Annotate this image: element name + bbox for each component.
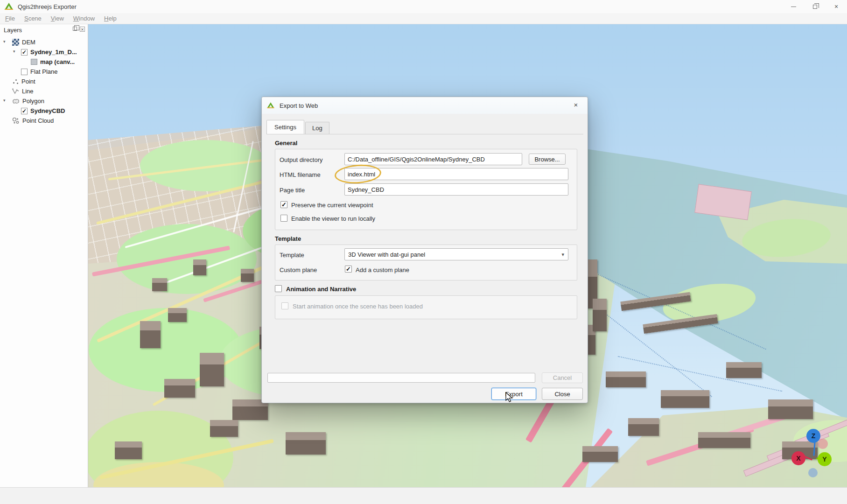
layer-checkbox[interactable]: ✓ [21,108,28,114]
menu-view[interactable]: View [47,14,68,23]
template-combobox[interactable]: 3D Viewer with dat-gui panel ▾ [344,248,568,260]
expander-icon[interactable]: ▾ [3,98,6,103]
building [628,418,659,436]
axis-gizmo: Z X Y [789,427,845,481]
building [115,441,142,459]
close-icon: × [834,3,838,10]
axis-x-ball: X [791,451,805,465]
template-heading: Template [275,235,301,242]
restore-button[interactable] [804,0,826,13]
dem-raster-icon [12,39,19,46]
menu-bar: File Scene View Window Help [0,13,847,24]
building [210,420,238,437]
template-label: Template [280,252,304,259]
html-filename-input[interactable] [344,168,568,180]
dialog-titlebar: Export to Web × [262,97,588,114]
browse-button[interactable]: Browse... [529,154,566,165]
cancel-button: Cancel [542,372,583,383]
enable-local-label: Enable the viewer to run locally [291,215,375,222]
building [698,432,750,448]
restore-icon [813,5,817,9]
building [286,432,326,455]
menu-file[interactable]: File [1,14,19,23]
layer-checkbox[interactable]: ✓ [21,49,28,56]
animation-checkbox[interactable] [275,285,282,292]
preserve-viewpoint-label: Preserve the current viewpoint [291,202,373,209]
layer-row-map-canvas[interactable]: map (canv... [0,57,88,67]
layers-panel: Layers × ▾ DEM ▾ ✓ Sydney_1m_D... map (c… [0,24,88,487]
status-bar: ✓ Preview (WebEngine) ⚠ [0,487,847,504]
layer-row-sydneycbd[interactable]: ✓ SydneyCBD [0,106,88,116]
building [193,259,206,275]
axis-y-ball: Y [818,452,832,466]
layer-row-line[interactable]: Line [0,86,88,96]
layer-tree: ▾ DEM ▾ ✓ Sydney_1m_D... map (canv... Fl… [0,37,88,126]
point-layer-icon [12,78,19,85]
building [241,269,254,282]
animation-heading: Animation and Narrative [286,286,356,293]
custom-plane-checkbox[interactable]: ✓ [345,266,352,273]
tab-settings[interactable]: Settings [266,120,304,134]
qgis2threejs-logo-icon [267,102,274,109]
layer-row-point-cloud[interactable]: Point Cloud [0,116,88,126]
axis-faint-ball [818,439,828,449]
tab-log[interactable]: Log [305,122,329,134]
expander-icon[interactable]: ▾ [3,39,6,44]
layer-label: Point [21,78,35,85]
dock-float-icon[interactable] [73,27,77,31]
dialog-title: Export to Web [280,102,318,109]
layers-panel-title: Layers [4,27,22,34]
layer-label: Flat Plane [30,68,58,75]
close-button[interactable]: × [826,0,847,13]
layer-row-flat-plane[interactable]: Flat Plane [0,67,88,77]
layer-label: Polygon [22,98,44,105]
menu-help[interactable]: Help [100,14,121,23]
layer-row-polygon[interactable]: ▾ Polygon [0,96,88,106]
export-progressbar [267,373,535,383]
close-dialog-button[interactable]: Close [542,388,583,400]
building [606,371,646,387]
layer-row-sydney-dem[interactable]: ▾ ✓ Sydney_1m_D... [0,47,88,57]
custom-plane-checkbox-label: Add a custom plane [356,266,409,273]
html-filename-label: HTML filename [280,171,321,178]
output-directory-input[interactable] [344,153,522,165]
export-to-web-dialog: Export to Web × Settings Log General Out… [261,97,588,403]
building [661,390,709,408]
output-directory-label: Output directory [280,156,323,163]
layer-row-point[interactable]: Point [0,77,88,86]
building [768,399,813,419]
building [164,379,195,398]
building [168,308,187,322]
menu-scene[interactable]: Scene [20,14,46,23]
layer-label: DEM [22,39,35,46]
building [582,446,618,462]
minimize-icon [791,7,796,7]
layer-checkbox[interactable] [21,69,28,75]
start-animation-label: Start animation once the scene has been … [293,303,423,310]
menu-window[interactable]: Window [69,14,99,23]
axis-z-ball: Z [806,429,820,443]
chevron-down-icon: ▾ [561,252,564,258]
enable-local-checkbox[interactable] [280,215,287,222]
building [593,299,607,331]
start-animation-checkbox [281,302,288,309]
window-title: Qgis2threejs Exporter [18,3,77,10]
window-titlebar: Qgis2threejs Exporter [0,0,847,13]
dialog-tabbar: Settings Log [266,120,330,134]
mouse-cursor [505,392,515,405]
dialog-close-icon[interactable]: × [571,101,581,110]
layer-label: Sydney_1m_D... [30,49,77,56]
polygon-layer-icon [12,98,20,105]
layer-label: SydneyCBD [30,107,65,114]
building [140,321,161,348]
dock-close-icon[interactable]: × [80,27,85,32]
layer-row-dem[interactable]: ▾ DEM [0,37,88,47]
line-layer-icon [12,88,19,95]
layer-label: Line [22,88,34,95]
preserve-viewpoint-checkbox[interactable]: ✓ [280,201,287,208]
expander-icon[interactable]: ▾ [13,49,15,54]
minimize-button[interactable] [783,0,804,13]
custom-plane-label: Custom plane [280,266,317,273]
building [152,278,167,291]
page-title-input[interactable] [344,183,568,196]
